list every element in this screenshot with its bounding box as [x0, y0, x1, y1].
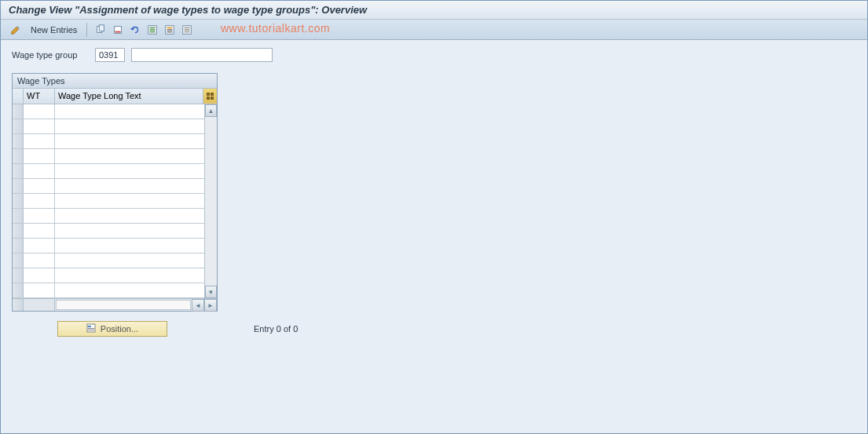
svg-rect-14: [185, 29, 190, 31]
horizontal-scroll-row: ◄ ►: [13, 298, 217, 311]
cell-wt[interactable]: [24, 239, 55, 253]
table-row[interactable]: [13, 149, 204, 164]
row-selector[interactable]: [13, 164, 24, 178]
cell-longtext[interactable]: [55, 283, 204, 297]
cell-longtext[interactable]: [55, 134, 204, 148]
row-selector[interactable]: [13, 134, 24, 148]
table-row[interactable]: [13, 239, 204, 253]
cell-wt[interactable]: [24, 164, 55, 178]
svg-rect-16: [207, 93, 210, 96]
table-row[interactable]: [13, 164, 204, 179]
row-selector[interactable]: [13, 224, 24, 238]
cell-longtext[interactable]: [55, 164, 204, 178]
wage-types-table: Wage Types WT Wage Type Long Text ▲ ▼ ◄ …: [12, 73, 218, 312]
svg-rect-1: [100, 24, 104, 31]
cell-wt[interactable]: [24, 283, 55, 297]
row-selector[interactable]: [13, 283, 24, 297]
scroll-track[interactable]: [205, 117, 217, 286]
cell-wt[interactable]: [24, 194, 55, 208]
table-row[interactable]: [13, 209, 204, 224]
cell-longtext[interactable]: [55, 253, 204, 268]
vertical-scrollbar[interactable]: ▲ ▼: [204, 104, 217, 298]
toggle-display-change-icon[interactable]: [9, 23, 23, 37]
table-row[interactable]: [13, 283, 204, 298]
row-selector[interactable]: [13, 209, 24, 223]
cell-wt[interactable]: [24, 149, 55, 163]
svg-rect-21: [88, 326, 91, 327]
delete-icon[interactable]: [111, 23, 125, 37]
cell-wt[interactable]: [24, 224, 55, 238]
cell-wt[interactable]: [24, 253, 55, 268]
svg-rect-5: [150, 27, 156, 28]
table-settings-icon[interactable]: [203, 89, 217, 104]
position-button[interactable]: Position...: [57, 321, 167, 337]
table-row[interactable]: [13, 194, 204, 209]
entry-count-text: Entry 0 of 0: [254, 324, 298, 334]
table-title: Wage Types: [13, 74, 217, 89]
cell-longtext[interactable]: [55, 209, 204, 223]
cell-wt[interactable]: [24, 104, 55, 119]
deselect-all-icon[interactable]: [180, 23, 194, 37]
new-entries-button[interactable]: New Entries: [27, 24, 80, 36]
column-wt-header[interactable]: WT: [24, 89, 55, 104]
table-row[interactable]: [13, 134, 204, 149]
column-longtext-header[interactable]: Wage Type Long Text: [55, 89, 203, 104]
table-row[interactable]: [13, 224, 204, 239]
svg-rect-3: [115, 31, 121, 32]
horizontal-scrollbar[interactable]: [56, 300, 191, 310]
scroll-up-button[interactable]: ▲: [205, 104, 217, 117]
table-row[interactable]: [13, 119, 204, 134]
svg-rect-6: [150, 29, 156, 31]
content-area: Wage type group Wage Types WT Wage Type …: [1, 40, 867, 433]
table-row[interactable]: [13, 268, 204, 283]
svg-rect-22: [88, 328, 94, 329]
footer-row: Position... Entry 0 of 0: [12, 321, 856, 337]
cell-longtext[interactable]: [55, 239, 204, 253]
column-selector-header[interactable]: [13, 89, 24, 104]
cell-longtext[interactable]: [55, 268, 204, 283]
cell-wt[interactable]: [24, 119, 55, 133]
scroll-right-button[interactable]: ►: [204, 299, 217, 312]
select-block-icon[interactable]: [163, 23, 177, 37]
table-row[interactable]: [13, 179, 204, 194]
title-bar: Change View "Assignment of wage types to…: [1, 1, 867, 20]
row-selector[interactable]: [13, 149, 24, 163]
svg-rect-17: [211, 93, 214, 96]
row-selector[interactable]: [13, 194, 24, 208]
table-row[interactable]: [13, 104, 204, 119]
toolbar-separator: [86, 23, 87, 37]
select-all-icon[interactable]: [145, 23, 159, 37]
toolbar: New Entries www.tutorialkart.com: [1, 20, 867, 40]
wage-type-group-input[interactable]: [95, 48, 125, 62]
row-selector[interactable]: [13, 268, 24, 283]
cell-wt[interactable]: [24, 179, 55, 193]
svg-rect-15: [185, 31, 190, 32]
row-selector[interactable]: [13, 104, 24, 119]
svg-rect-18: [207, 97, 210, 100]
row-selector[interactable]: [13, 253, 24, 268]
svg-rect-7: [150, 31, 156, 32]
table-body: ▲ ▼: [13, 104, 217, 298]
undo-icon[interactable]: [128, 23, 142, 37]
wage-type-group-desc-input[interactable]: [131, 48, 273, 62]
cell-longtext[interactable]: [55, 179, 204, 193]
row-selector[interactable]: [13, 239, 24, 253]
svg-rect-23: [88, 330, 94, 330]
svg-rect-9: [167, 27, 173, 28]
scroll-down-button[interactable]: ▼: [205, 286, 217, 298]
cell-longtext[interactable]: [55, 194, 204, 208]
cell-longtext[interactable]: [55, 119, 204, 133]
wage-type-group-row: Wage type group: [12, 48, 856, 62]
cell-wt[interactable]: [24, 209, 55, 223]
cell-longtext[interactable]: [55, 104, 204, 119]
cell-longtext[interactable]: [55, 149, 204, 163]
cell-longtext[interactable]: [55, 224, 204, 238]
row-selector[interactable]: [13, 119, 24, 133]
cell-wt[interactable]: [24, 268, 55, 283]
table-row[interactable]: [13, 253, 204, 268]
copy-icon[interactable]: [93, 23, 108, 37]
cell-wt[interactable]: [24, 134, 55, 148]
hscroll-spacer2: [24, 299, 55, 311]
scroll-left-button[interactable]: ◄: [192, 299, 204, 312]
row-selector[interactable]: [13, 179, 24, 193]
